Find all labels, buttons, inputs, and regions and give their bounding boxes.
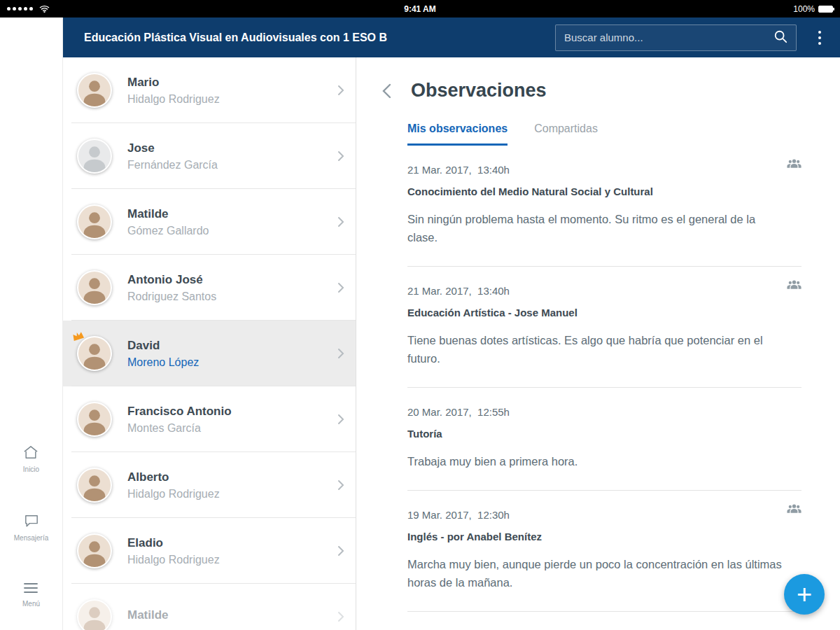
student-last-name: Moreno López	[127, 356, 337, 369]
student-avatar	[77, 402, 112, 437]
observation-entry[interactable]: 21 Mar. 2017, 13:40h Educación Artística…	[407, 267, 802, 388]
search-box	[555, 24, 797, 51]
back-chevron-icon[interactable]	[381, 82, 393, 100]
student-row[interactable]: Matilde	[63, 584, 356, 630]
chat-icon	[24, 514, 39, 531]
chevron-right-icon	[337, 282, 344, 293]
student-row[interactable]: David Moreno López	[63, 321, 356, 386]
chevron-right-icon	[337, 216, 344, 227]
student-row[interactable]: Matilde Gómez Gallardo	[63, 189, 356, 255]
student-row[interactable]: Eladio Hidalgo Rodriguez	[63, 518, 356, 584]
student-first-name: Francisco Antonio	[127, 405, 337, 419]
observation-text: Sin ningún problema hasta el momento. Su…	[407, 210, 785, 246]
student-avatar	[77, 336, 112, 371]
student-avatar	[77, 533, 112, 568]
person-silhouette-icon	[79, 470, 110, 501]
student-row[interactable]: Antonio José Rodriguez Santos	[63, 255, 356, 321]
shared-group-icon	[787, 503, 802, 514]
chevron-right-icon	[337, 611, 344, 622]
chevron-right-icon	[337, 348, 344, 359]
shared-group-icon	[787, 279, 802, 290]
student-row[interactable]: Alberto Hidalgo Rodriguez	[63, 452, 356, 518]
observation-text: Marcha muy bien, aunque pierde un poco l…	[407, 555, 785, 592]
chevron-right-icon	[337, 414, 344, 425]
student-avatar	[77, 599, 112, 630]
sidebar-label: Inicio	[23, 465, 39, 473]
student-first-name: Jose	[127, 141, 337, 155]
status-bar: 9:41 AM 100%	[0, 0, 840, 18]
person-silhouette-icon	[79, 141, 110, 172]
sidebar-item-mensajeria[interactable]: Mensajería	[14, 514, 48, 542]
person-silhouette-icon	[79, 536, 110, 567]
page-title: Educación Plástica Visual en Audiovisual…	[84, 31, 541, 44]
student-last-name: Hidalgo Rodriguez	[127, 93, 337, 106]
student-first-name: Mario	[127, 76, 337, 90]
sidebar-item-inicio[interactable]: Inicio	[23, 445, 39, 473]
observation-date: 19 Mar. 2017, 12:30h	[407, 509, 802, 521]
observation-entry[interactable]: 21 Mar. 2017, 13:40h Conocimiento del Me…	[407, 146, 802, 267]
student-avatar	[77, 270, 112, 305]
app-header: Educación Plástica Visual en Audiovisual…	[63, 18, 840, 57]
observation-subject: Tutoría	[407, 428, 802, 440]
student-row[interactable]: Mario Hidalgo Rodriguez	[63, 57, 356, 123]
observation-subject: Conocimiento del Medio Natural Social y …	[407, 186, 802, 197]
home-icon	[23, 445, 38, 462]
observation-entry[interactable]: 19 Mar. 2017, 12:30h Inglés - por Anabel…	[407, 491, 802, 612]
sidebar-item-menu[interactable]: Menú	[22, 582, 40, 608]
student-first-name: Matilde	[127, 608, 337, 622]
chevron-right-icon	[337, 545, 344, 556]
person-silhouette-icon	[79, 339, 110, 370]
student-first-name: Antonio José	[127, 273, 337, 287]
student-first-name: David	[127, 339, 337, 353]
person-silhouette-icon	[79, 602, 110, 630]
shared-group-icon	[787, 158, 802, 169]
search-icon[interactable]	[774, 29, 788, 46]
sidebar-label: Menú	[22, 600, 40, 608]
chevron-right-icon	[337, 85, 344, 96]
signal-dots-icon	[7, 5, 50, 13]
student-avatar	[77, 468, 112, 503]
observation-tabs: Mis observaciones Compartidas	[407, 122, 802, 146]
add-observation-fab[interactable]: +	[784, 574, 825, 615]
student-last-name: Rodriguez Santos	[127, 290, 337, 303]
sidebar-label: Mensajería	[14, 534, 48, 542]
student-last-name: Gómez Gallardo	[127, 225, 337, 237]
chevron-right-icon	[337, 479, 344, 491]
student-last-name: Hidalgo Rodriguez	[127, 554, 337, 566]
student-avatar	[77, 139, 112, 174]
observation-subject: Educación Artística - Jose Manuel	[407, 307, 802, 318]
search-input[interactable]	[564, 31, 774, 43]
person-silhouette-icon	[79, 76, 110, 106]
observation-date: 20 Mar. 2017, 12:55h	[407, 406, 802, 418]
observations-panel: Observaciones Mis observaciones Comparti…	[356, 57, 840, 630]
student-first-name: Eladio	[127, 536, 337, 550]
panel-title: Observaciones	[411, 80, 547, 102]
chevron-right-icon	[337, 150, 344, 162]
student-list[interactable]: Mario Hidalgo Rodriguez Jose Fernández G…	[63, 57, 356, 630]
observation-text: Trabaja muy bien a primera hora.	[407, 452, 785, 470]
menu-icon	[23, 582, 38, 596]
observation-date: 21 Mar. 2017, 13:40h	[407, 285, 802, 297]
tab-mis-observaciones[interactable]: Mis observaciones	[407, 122, 507, 146]
student-avatar	[77, 204, 112, 239]
app-sidebar: Inicio Mensajería Menú	[0, 18, 63, 630]
tab-compartidas[interactable]: Compartidas	[534, 122, 598, 146]
student-last-name: Montes García	[127, 422, 337, 435]
student-last-name: Fernández García	[127, 159, 337, 172]
status-time: 9:41 AM	[404, 4, 436, 14]
student-row[interactable]: Francisco Antonio Montes García	[63, 386, 356, 452]
wifi-icon	[39, 5, 50, 13]
student-row[interactable]: Jose Fernández García	[63, 123, 356, 189]
observation-date: 21 Mar. 2017, 13:40h	[407, 164, 802, 176]
person-silhouette-icon	[79, 405, 110, 435]
battery-percent: 100%	[793, 4, 815, 14]
observation-subject: Inglés - por Anabel Benítez	[407, 531, 802, 542]
observation-entry[interactable]: 20 Mar. 2017, 12:55h Tutoría Trabaja muy…	[407, 388, 802, 491]
add-fab-icon: +	[797, 581, 812, 608]
person-silhouette-icon	[79, 207, 110, 238]
student-avatar	[77, 73, 112, 108]
student-last-name: Hidalgo Rodriguez	[127, 488, 337, 500]
kebab-menu-icon[interactable]	[811, 24, 829, 51]
student-first-name: Alberto	[127, 470, 337, 484]
observation-entries: 21 Mar. 2017, 13:40h Conocimiento del Me…	[407, 146, 802, 612]
